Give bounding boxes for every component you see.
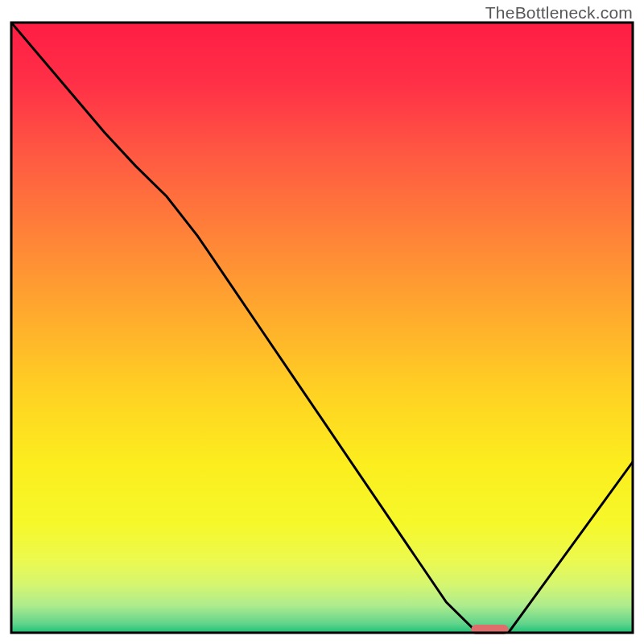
- watermark-text: TheBottleneck.com: [485, 3, 633, 23]
- bottleneck-chart: [0, 0, 644, 644]
- chart-container: TheBottleneck.com: [0, 0, 644, 644]
- plot-background: [11, 23, 633, 633]
